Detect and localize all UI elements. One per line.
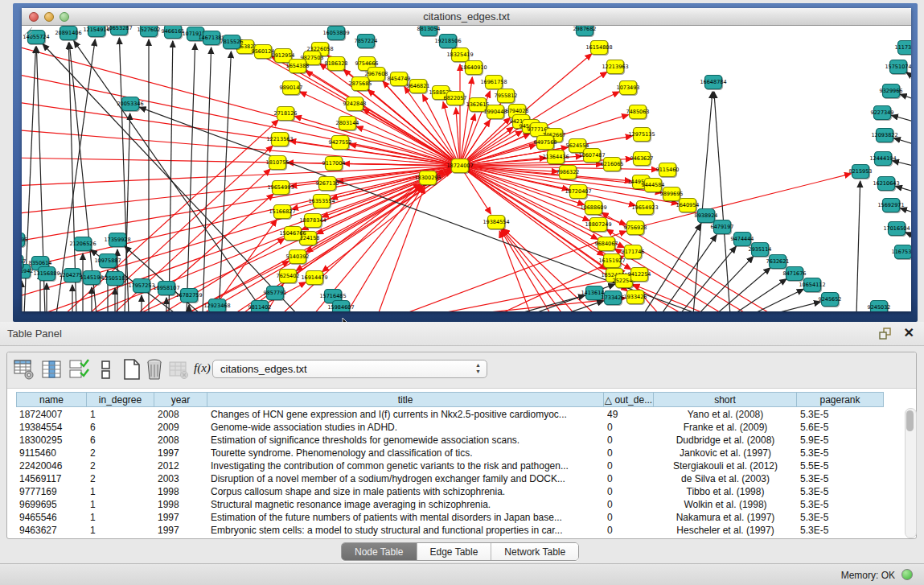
graph-node-1733426[interactable]: 1733426 [602, 291, 625, 305]
delete-column-icon[interactable] [144, 358, 165, 381]
graph-node-7485063[interactable]: 7485063 [626, 105, 650, 119]
cell-short[interactable]: Yano et al. (2008) [657, 408, 794, 421]
graph-node-10688609[interactable]: 10688609 [580, 201, 606, 215]
graph-node-12093822[interactable]: 12093822 [871, 129, 897, 142]
graph-node-18807249[interactable]: 18807249 [585, 218, 611, 232]
graph-node-9227349[interactable]: 9227349 [871, 106, 894, 120]
cell-out_de[interactable]: 0 [607, 511, 651, 524]
cell-in_degree[interactable]: 1 [90, 511, 151, 524]
cell-in_degree[interactable]: 1 [90, 408, 151, 421]
memory-ok-led-icon[interactable] [901, 569, 913, 580]
graph-node-9115460[interactable]: 9115460 [656, 163, 680, 177]
graph-node-15692971[interactable]: 15692971 [877, 199, 904, 212]
cell-out_de[interactable]: 0 [607, 485, 651, 498]
graph-node-2987682[interactable]: 2987682 [573, 26, 597, 36]
cell-short[interactable]: Wolkin et al. (1998) [657, 498, 794, 511]
cell-name[interactable]: 9777169 [19, 485, 84, 498]
cell-year[interactable]: 1998 [158, 498, 204, 511]
cell-pagerank[interactable]: 5.9E-5 [800, 434, 881, 447]
graph-node-19654923[interactable]: 19654923 [631, 201, 658, 215]
tab-node-table[interactable]: Node Table [342, 543, 417, 560]
cell-title[interactable]: Estimation of the future numbers of pati… [211, 511, 601, 524]
cell-title[interactable]: Tourette syndrome. Phenomenology and cla… [211, 447, 601, 459]
cell-pagerank[interactable]: 5.3E-5 [800, 408, 881, 421]
graph-node-16210643[interactable]: 16210643 [873, 177, 899, 191]
graph-node-2875685[interactable]: 2875685 [349, 77, 372, 91]
cell-short[interactable]: Nakamura et al. (1997) [657, 511, 794, 524]
column-header-short[interactable]: short [654, 392, 797, 407]
network-window-titlebar[interactable]: citations_edges.txt [22, 8, 911, 26]
cell-year[interactable]: 1997 [158, 524, 204, 537]
cell-in_degree[interactable]: 2 [90, 459, 151, 472]
cell-name[interactable]: 9115460 [19, 447, 84, 459]
delete-table-icon[interactable] [168, 358, 189, 381]
graph-node-9329966[interactable]: 9329966 [880, 84, 903, 98]
cell-year[interactable]: 1997 [158, 447, 204, 459]
graph-node-9412254[interactable]: 9412254 [628, 268, 651, 282]
cell-name[interactable]: 19384554 [19, 421, 84, 434]
graph-node-9245032[interactable]: 9245032 [868, 301, 891, 312]
column-header-out_de[interactable]: △ out_de... [604, 392, 654, 407]
row-checks-icon[interactable] [68, 358, 89, 381]
graph-node-7857224[interactable]: 7857224 [355, 35, 378, 48]
cell-year[interactable]: 2008 [158, 434, 204, 447]
graph-node-2935114[interactable]: 2935114 [749, 243, 772, 257]
cell-year[interactable]: 2008 [158, 408, 204, 421]
cell-in_degree[interactable]: 2 [90, 447, 151, 459]
table-row[interactable]: 946362711997Embryonic stem cells: a mode… [11, 524, 904, 537]
graph-node-9242848[interactable]: 9242848 [343, 97, 367, 111]
graph-node-1640954[interactable]: 1640954 [676, 199, 700, 212]
graph-node-20891406[interactable]: 20891406 [55, 27, 81, 40]
graph-node-7955812[interactable]: 7955812 [495, 89, 518, 103]
graph-node-8938924[interactable]: 8938924 [695, 209, 718, 223]
graph-node-10653287[interactable]: 10653287 [105, 26, 132, 35]
new-column-icon[interactable] [121, 358, 142, 381]
graph-node-9646821[interactable]: 9646821 [407, 80, 430, 93]
cell-name[interactable]: 18300295 [19, 434, 84, 447]
cell-title[interactable]: Genome-wide association studies in ADHD. [211, 421, 601, 434]
graph-node-12444194[interactable]: 12444194 [869, 152, 896, 166]
column-header-year[interactable]: year [154, 392, 207, 407]
cell-short[interactable]: Franke et al. (2009) [657, 421, 794, 434]
cell-name[interactable]: 22420046 [19, 459, 84, 472]
cell-short[interactable]: de Silva et al. (2003) [657, 472, 794, 485]
scrollbar-thumb[interactable] [906, 410, 914, 431]
cell-out_de[interactable]: 0 [607, 498, 651, 511]
cell-short[interactable]: Dudbridge et al. (2008) [657, 434, 794, 447]
cell-out_de[interactable]: 0 [607, 524, 651, 537]
cell-in_degree[interactable]: 1 [90, 498, 151, 511]
cell-title[interactable]: Structural magnetic resonance image aver… [211, 498, 601, 511]
cell-short[interactable]: Jankovic et al. (1997) [657, 447, 794, 459]
graph-node-6216065[interactable]: 6216065 [601, 158, 624, 171]
graph-node-1073493[interactable]: 1073493 [617, 81, 640, 95]
graph-node-15751074[interactable]: 15751074 [885, 60, 911, 74]
graph-node-7986322[interactable]: 7986322 [556, 166, 580, 179]
column-header-name[interactable]: name [16, 392, 87, 407]
tab-edge-table[interactable]: Edge Table [417, 543, 492, 560]
graph-node-7625402[interactable]: 7625402 [277, 270, 300, 283]
graph-node-16648784[interactable]: 16648784 [700, 76, 726, 89]
close-icon[interactable]: ✕ [904, 325, 914, 340]
cell-title[interactable]: Embryonic stem cells: a model to study s… [211, 524, 601, 537]
cell-title[interactable]: Investigating the contribution of common… [211, 459, 601, 472]
cell-out_de[interactable]: 0 [607, 472, 651, 485]
graph-node-9117004[interactable]: 9117004 [322, 157, 346, 171]
close-window-icon[interactable] [29, 12, 39, 22]
graph-node-8215953[interactable]: 8215953 [849, 165, 873, 179]
graph-node-9444584[interactable]: 9444584 [642, 179, 665, 192]
graph-node-1990448[interactable]: 1990448 [484, 105, 507, 119]
cell-in_degree[interactable]: 2 [90, 472, 151, 485]
graph-node-1654388[interactable]: 1654388 [286, 60, 310, 73]
table-row[interactable]: 1872400712008Changes of HCN gene express… [11, 408, 904, 421]
graph-node-18878344[interactable]: 18878344 [299, 214, 326, 228]
cell-name[interactable]: 9463627 [19, 524, 84, 537]
cell-name[interactable]: 9465546 [19, 511, 84, 524]
graph-node-1117345[interactable]: 1117345 [895, 41, 911, 55]
graph-node-1933426[interactable]: 1933426 [624, 290, 647, 304]
zoom-window-icon[interactable] [60, 12, 69, 22]
minimize-window-icon[interactable] [44, 12, 54, 22]
cell-pagerank[interactable]: 5.5E-5 [800, 459, 881, 472]
network-canvas[interactable]: 1872400718300295193845542322605898275038… [22, 26, 911, 311]
cell-pagerank[interactable]: 5.3E-5 [800, 472, 881, 485]
graph-node-1145194[interactable]: 1145194 [80, 271, 104, 285]
